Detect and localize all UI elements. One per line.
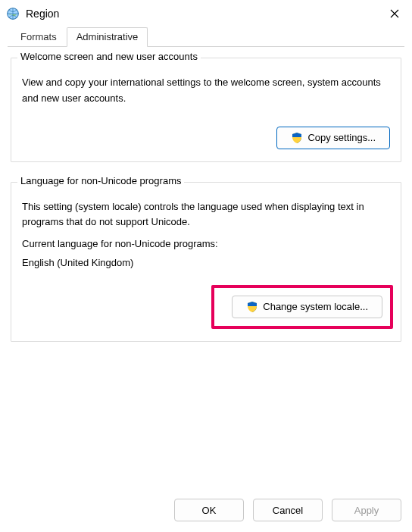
current-locale-label: Current language for non-Unicode program…: [22, 236, 390, 252]
uac-shield-icon: [291, 132, 303, 144]
globe-icon: [6, 7, 20, 20]
close-button[interactable]: [377, 0, 412, 27]
locale-description: This setting (system locale) controls th…: [22, 199, 390, 231]
tab-content-administrative: Welcome screen and new user accounts Vie…: [0, 47, 412, 490]
tab-administrative[interactable]: Administrative: [67, 27, 148, 47]
tab-formats[interactable]: Formats: [11, 27, 67, 46]
apply-button[interactable]: Apply: [332, 499, 401, 521]
change-system-locale-button[interactable]: Change system locale...: [232, 296, 382, 318]
group-non-unicode-locale: Language for non-Unicode programs This s…: [11, 182, 401, 342]
tab-strip: Formats Administrative: [0, 27, 412, 47]
ok-button[interactable]: OK: [174, 499, 244, 521]
region-dialog: Region Formats Administrative Welcome sc…: [0, 0, 412, 532]
welcome-description: View and copy your international setting…: [22, 75, 390, 107]
group-title-locale: Language for non-Unicode programs: [17, 175, 184, 186]
window-title: Region: [26, 8, 59, 20]
current-locale-value: English (United Kingdom): [22, 255, 390, 271]
change-system-locale-label: Change system locale...: [263, 301, 368, 312]
group-welcome-screen: Welcome screen and new user accounts Vie…: [11, 58, 401, 162]
copy-settings-label: Copy settings...: [307, 132, 376, 143]
titlebar: Region: [0, 0, 412, 27]
group-title-welcome: Welcome screen and new user accounts: [17, 51, 201, 62]
dialog-button-row: OK Cancel Apply: [0, 490, 412, 532]
highlight-change-locale: Change system locale...: [22, 285, 390, 329]
cancel-button[interactable]: Cancel: [253, 499, 323, 521]
uac-shield-icon: [246, 301, 258, 313]
copy-settings-button[interactable]: Copy settings...: [276, 127, 390, 149]
